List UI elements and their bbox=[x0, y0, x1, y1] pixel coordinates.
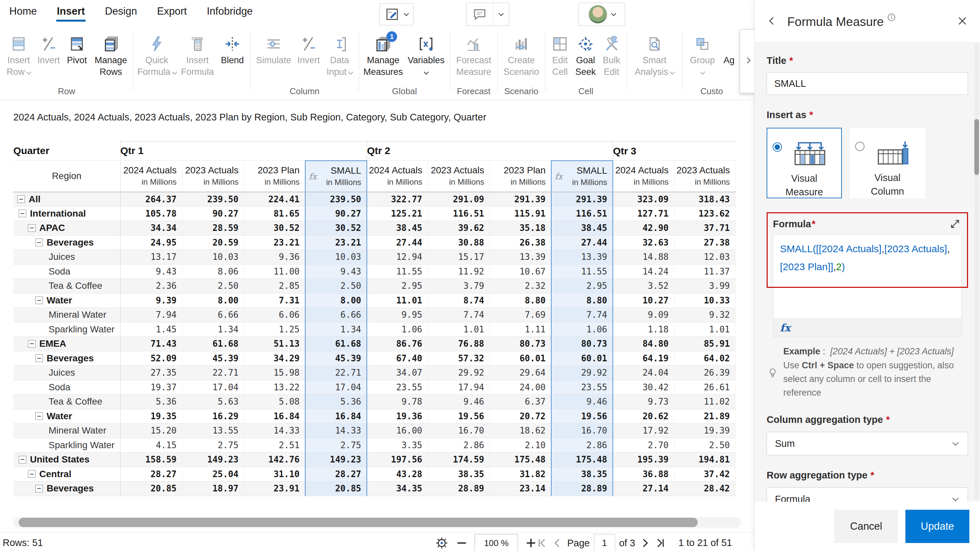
value-cell[interactable]: 7.31 bbox=[244, 293, 305, 308]
collapse-icon[interactable] bbox=[35, 412, 43, 420]
update-button[interactable]: Update bbox=[905, 510, 969, 543]
value-cell[interactable]: 32.63 bbox=[613, 235, 674, 250]
value-cell[interactable]: 86.76 bbox=[367, 337, 428, 351]
value-cell[interactable]: 20.59 bbox=[182, 235, 244, 250]
radio-unselected-icon[interactable] bbox=[855, 142, 864, 151]
horizontal-scrollbar[interactable] bbox=[13, 517, 741, 528]
value-cell[interactable]: 16.29 bbox=[182, 409, 244, 424]
value-cell[interactable]: 13.22 bbox=[244, 380, 305, 395]
value-cell[interactable]: 105.78 bbox=[120, 206, 182, 221]
row-label-cell[interactable]: Water bbox=[13, 409, 120, 424]
value-cell[interactable]: 80.73 bbox=[551, 337, 613, 351]
collapse-icon[interactable] bbox=[18, 195, 25, 203]
value-cell[interactable]: 38.35 bbox=[551, 467, 613, 481]
value-cell[interactable]: 24.04 bbox=[613, 366, 674, 380]
value-cell[interactable]: 2.36 bbox=[120, 279, 182, 294]
row-label-cell[interactable]: Juices bbox=[13, 250, 120, 265]
value-cell[interactable]: 3.35 bbox=[367, 438, 428, 453]
value-cell[interactable]: 61.68 bbox=[182, 337, 244, 351]
value-cell[interactable]: 13.39 bbox=[551, 250, 613, 265]
value-cell[interactable]: 21.89 bbox=[674, 409, 735, 424]
collapse-icon[interactable] bbox=[19, 210, 26, 217]
value-cell[interactable]: 23.21 bbox=[305, 235, 367, 250]
value-cell[interactable]: 264.37 bbox=[120, 192, 182, 206]
value-cell[interactable]: 23.55 bbox=[367, 380, 428, 395]
row-label-cell[interactable]: Juices bbox=[13, 366, 120, 380]
value-cell[interactable]: 90.27 bbox=[305, 206, 367, 221]
value-cell[interactable]: 12.03 bbox=[674, 250, 735, 265]
value-cell[interactable]: 15.20 bbox=[120, 424, 182, 438]
row-label-cell[interactable]: Water bbox=[13, 293, 120, 308]
value-cell[interactable]: 18.97 bbox=[182, 481, 244, 496]
value-cell[interactable]: 30.52 bbox=[305, 221, 367, 236]
value-cell[interactable]: 23.21 bbox=[244, 235, 305, 250]
value-cell[interactable]: 2.51 bbox=[244, 438, 305, 453]
simulate-button[interactable]: Simulate bbox=[253, 27, 294, 78]
value-cell[interactable]: 5.08 bbox=[244, 395, 305, 409]
value-cell[interactable]: 11.37 bbox=[674, 264, 735, 279]
value-cell[interactable]: 2.70 bbox=[613, 438, 674, 453]
value-cell[interactable]: 2.75 bbox=[182, 438, 244, 453]
value-cell[interactable]: 7.74 bbox=[428, 308, 490, 322]
value-cell[interactable]: 1.06 bbox=[551, 322, 613, 337]
value-cell[interactable]: 17.94 bbox=[428, 380, 490, 395]
value-cell[interactable]: 28.89 bbox=[551, 481, 613, 496]
value-cell[interactable]: 90.27 bbox=[182, 206, 244, 221]
collapse-icon[interactable] bbox=[35, 238, 43, 246]
value-cell[interactable]: 239.50 bbox=[305, 192, 367, 206]
row-label-cell[interactable]: Mineral Water bbox=[13, 308, 120, 322]
value-cell[interactable]: 10.03 bbox=[305, 250, 367, 265]
value-cell[interactable]: 24.00 bbox=[490, 380, 551, 395]
edit-cell-button[interactable]: EditCell bbox=[548, 27, 572, 78]
value-cell[interactable]: 9.73 bbox=[613, 395, 674, 409]
value-cell[interactable]: 11.55 bbox=[551, 264, 613, 279]
pivot-button[interactable]: Pivot bbox=[62, 27, 91, 78]
value-cell[interactable]: 34.29 bbox=[244, 351, 305, 366]
value-cell[interactable]: 31.82 bbox=[490, 467, 551, 481]
goal-seek-button[interactable]: GoalSeek bbox=[572, 27, 599, 78]
next-page-button[interactable] bbox=[639, 537, 651, 549]
radio-selected-icon[interactable] bbox=[773, 142, 782, 152]
value-cell[interactable]: 19.37 bbox=[120, 380, 182, 395]
tab-home[interactable]: Home bbox=[9, 5, 37, 17]
value-cell[interactable]: 1.01 bbox=[674, 322, 735, 337]
formula-editor-area[interactable] bbox=[773, 288, 962, 318]
insert-formula-button[interactable]: InsertFormula bbox=[178, 27, 217, 78]
first-page-button[interactable] bbox=[536, 537, 548, 549]
collapse-icon[interactable] bbox=[35, 354, 43, 362]
value-cell[interactable]: 1.34 bbox=[182, 322, 244, 337]
value-cell[interactable]: 2.86 bbox=[551, 438, 613, 453]
value-cell[interactable]: 123.62 bbox=[674, 206, 735, 221]
value-cell[interactable]: 34.07 bbox=[367, 366, 428, 380]
column-aggregation-select[interactable]: Sum bbox=[767, 432, 968, 455]
value-cell[interactable]: 30.42 bbox=[613, 380, 674, 395]
value-cell[interactable]: 2.85 bbox=[244, 279, 305, 294]
invert-row-button[interactable]: Invert bbox=[35, 27, 62, 78]
row-label-cell[interactable]: APAC bbox=[13, 221, 120, 236]
group-button[interactable]: Group bbox=[685, 27, 720, 78]
value-cell[interactable]: 16.84 bbox=[305, 409, 367, 424]
panel-scrollbar-thumb[interactable] bbox=[974, 119, 979, 175]
value-cell[interactable]: 13.17 bbox=[120, 250, 182, 265]
value-cell[interactable]: 27.14 bbox=[613, 481, 674, 496]
value-cell[interactable]: 36.88 bbox=[613, 467, 674, 481]
row-label-cell[interactable]: Soda bbox=[13, 380, 120, 395]
value-cell[interactable]: 6.37 bbox=[490, 395, 551, 409]
previous-page-button[interactable] bbox=[552, 537, 563, 549]
value-cell[interactable]: 224.41 bbox=[244, 192, 305, 206]
value-cell[interactable]: 291.39 bbox=[490, 192, 551, 206]
row-label-cell[interactable]: Central bbox=[13, 467, 120, 481]
value-cell[interactable]: 9.78 bbox=[367, 395, 428, 409]
value-cell[interactable]: 149.23 bbox=[305, 453, 367, 467]
row-label-cell[interactable]: Mineral Water bbox=[13, 424, 120, 438]
aggregate-button[interactable]: Ag bbox=[720, 27, 738, 78]
value-cell[interactable]: 322.77 bbox=[367, 192, 428, 206]
row-label-cell[interactable]: Sparkling Water bbox=[13, 322, 120, 337]
value-cell[interactable]: 10.27 bbox=[613, 293, 674, 308]
value-cell[interactable]: 20.85 bbox=[120, 481, 182, 496]
value-cell[interactable]: 2.75 bbox=[305, 438, 367, 453]
value-cell[interactable]: 6.66 bbox=[305, 308, 367, 322]
value-cell[interactable]: 17.92 bbox=[613, 424, 674, 438]
value-cell[interactable]: 39.62 bbox=[428, 221, 490, 236]
value-cell[interactable]: 8.06 bbox=[182, 264, 244, 279]
